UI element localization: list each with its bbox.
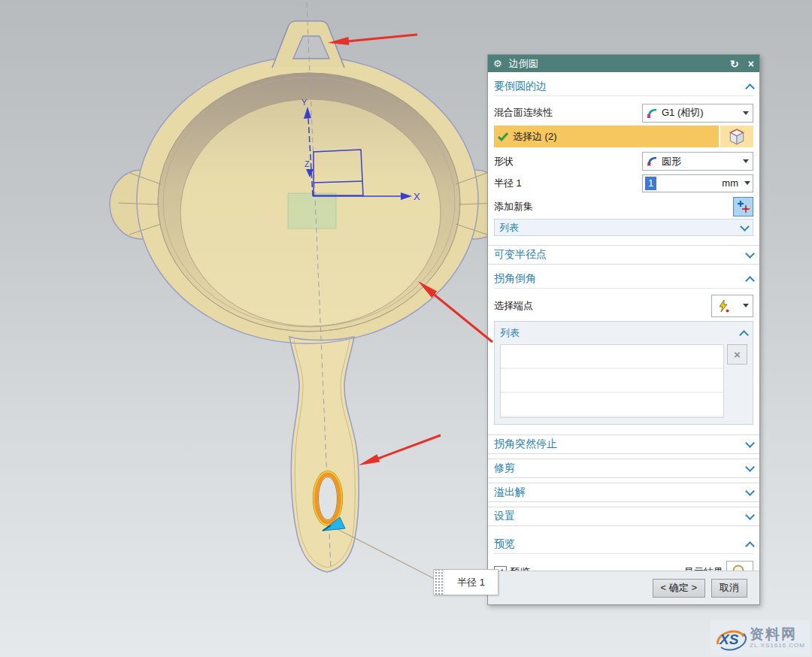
axis-y-label: Y <box>301 98 308 107</box>
select-endpoint-button[interactable] <box>711 295 753 317</box>
pan-handle[interactable] <box>289 337 359 572</box>
gear-icon: ⚙ <box>493 59 502 68</box>
check-icon <box>498 132 508 141</box>
radius-input[interactable]: 1 mm <box>642 174 753 192</box>
chevron-down-icon <box>745 486 755 496</box>
ok-button[interactable]: < 确定 > <box>653 579 705 598</box>
unit-dropdown-arrow-icon[interactable] <box>744 181 750 185</box>
dialog-title: 边倒圆 <box>509 57 538 71</box>
show-result-label: 显示结果 <box>684 565 723 571</box>
snapshot-cube-button[interactable] <box>720 126 753 147</box>
dialog-footer: < 确定 > 取消 <box>488 571 759 604</box>
overflow-title: 溢出解 <box>494 486 526 499</box>
section-stop-short[interactable]: 拐角突然停止 <box>488 434 759 454</box>
endpoint-list-bar[interactable]: 列表 <box>500 325 747 341</box>
magnifier-icon <box>731 564 749 571</box>
radius-unit: mm <box>656 177 738 189</box>
dialog-body: 要倒圆的边 混合面连续性 G1 (相切) 选择边 (2) <box>488 72 759 571</box>
shape-dropdown[interactable]: R 圆形 <box>642 152 753 171</box>
continuity-label: 混合面连续性 <box>494 106 553 120</box>
cancel-button[interactable]: 取消 <box>711 579 747 598</box>
radius-drag-tag[interactable]: 半径 1 <box>433 569 498 595</box>
pan-model[interactable] <box>110 21 507 572</box>
select-edge-row[interactable]: 选择边 (2) <box>494 126 753 147</box>
shape-label: 形状 <box>494 155 514 168</box>
edge-blend-dialog: ⚙ 边倒圆 ↻ × 要倒圆的边 混合面连续性 G1 (相切) <box>487 54 760 605</box>
section-preview[interactable]: 预览 <box>494 535 753 554</box>
endpoint-list-label: 列表 <box>500 326 520 340</box>
tag-grip-handle[interactable] <box>434 570 444 595</box>
chevron-up-icon <box>745 83 755 93</box>
remove-item-button[interactable]: × <box>727 344 747 365</box>
chevron-down-icon <box>745 462 755 472</box>
section-overflow[interactable]: 溢出解 <box>488 483 759 502</box>
radius-tag-label: 半径 1 <box>444 570 498 595</box>
watermark-name: 资料网 <box>750 627 805 641</box>
continuity-icon <box>647 107 658 119</box>
close-icon[interactable]: × <box>748 59 754 69</box>
watermark-logo-icon: XS <box>714 623 748 653</box>
add-new-set-button[interactable] <box>733 197 753 216</box>
select-edge-highlight[interactable]: 选择边 (2) <box>494 126 719 147</box>
radius-label: 半径 1 <box>494 177 522 190</box>
section-corner-setback[interactable]: 拐角倒角 <box>494 270 753 289</box>
trim-title: 修剪 <box>494 462 515 475</box>
handle-hole-selected-edge[interactable] <box>314 471 343 526</box>
dropdown-arrow-icon <box>743 111 749 115</box>
section-variable-radius[interactable]: 可变半径点 <box>488 245 759 265</box>
shape-circular-icon: R <box>647 156 658 167</box>
variable-radius-title: 可变半径点 <box>494 248 547 262</box>
add-new-set-label: 添加新集 <box>494 200 533 213</box>
shape-value: 圆形 <box>662 155 743 168</box>
watermark-logo-text: XS <box>719 631 739 647</box>
edges-list-label: 列表 <box>499 221 519 235</box>
continuity-dropdown[interactable]: G1 (相切) <box>642 104 753 123</box>
select-endpoint-label: 选择端点 <box>494 299 533 313</box>
sketch-plane[interactable] <box>288 193 336 229</box>
edges-list-bar[interactable]: 列表 <box>494 219 753 236</box>
section-edges-title: 要倒圆的边 <box>494 80 547 93</box>
chevron-up-icon <box>745 276 755 286</box>
endpoint-listbox[interactable] <box>500 344 724 418</box>
dropdown-arrow-icon <box>743 304 749 307</box>
chevron-up-icon <box>739 330 749 340</box>
dropdown-arrow-icon <box>743 159 749 163</box>
section-edges-to-blend[interactable]: 要倒圆的边 <box>494 77 753 96</box>
stop-short-title: 拐角突然停止 <box>494 437 557 451</box>
delete-icon: × <box>734 348 741 361</box>
chevron-up-icon <box>745 541 755 551</box>
lightning-icon <box>716 298 731 313</box>
svg-text:R: R <box>647 162 651 167</box>
preview-checkbox-label: 预览 <box>511 565 530 571</box>
add-set-icon <box>735 198 752 215</box>
preview-title: 预览 <box>494 537 515 551</box>
radius-value[interactable]: 1 <box>645 177 656 190</box>
show-result-button[interactable] <box>726 561 753 571</box>
section-settings[interactable]: 设置 <box>488 507 759 526</box>
cube-icon <box>727 127 747 147</box>
chevron-down-icon <box>740 222 750 232</box>
chevron-down-icon <box>745 438 755 448</box>
chevron-down-icon <box>745 249 755 259</box>
axis-x-label: X <box>414 191 420 202</box>
settings-title: 设置 <box>494 510 515 523</box>
continuity-value: G1 (相切) <box>662 106 743 120</box>
dialog-titlebar[interactable]: ⚙ 边倒圆 ↻ × <box>488 55 759 72</box>
axis-z-label: Z <box>304 159 310 168</box>
watermark-site: ZL.XS1616.COM <box>750 643 805 649</box>
section-trim[interactable]: 修剪 <box>488 459 759 478</box>
watermark: XS 资料网 ZL.XS1616.COM <box>710 620 810 655</box>
select-edge-label: 选择边 (2) <box>513 130 557 144</box>
chevron-down-icon <box>745 510 755 520</box>
reset-icon[interactable]: ↻ <box>730 59 739 69</box>
corner-setback-title: 拐角倒角 <box>494 272 536 286</box>
endpoint-list-panel: 列表 × <box>494 321 753 425</box>
